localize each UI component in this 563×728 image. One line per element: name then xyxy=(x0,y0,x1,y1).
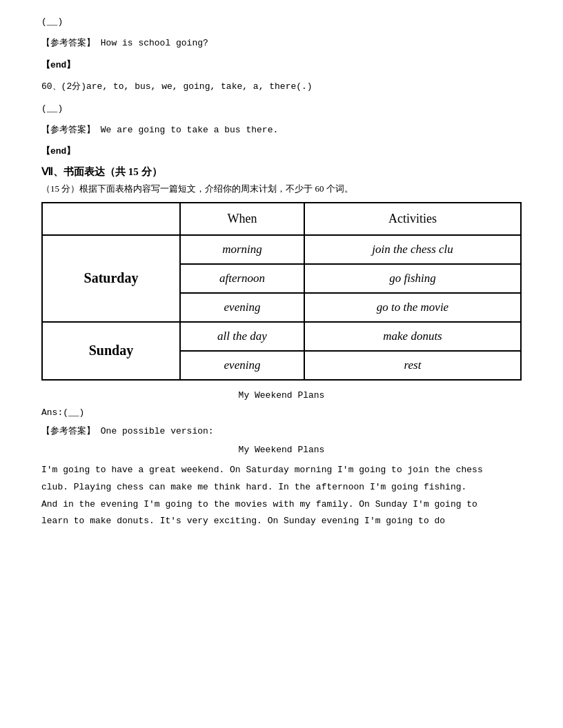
rest-cell: rest xyxy=(304,351,521,380)
col-when-header xyxy=(42,203,180,235)
donuts-cell: make donuts xyxy=(304,322,521,351)
morning-cell: morning xyxy=(180,235,304,264)
table-title: My Weekend Plans xyxy=(41,390,522,401)
chess-cell: join the chess clu xyxy=(304,235,521,264)
essay-body: I'm going to have a great weekend. On Sa… xyxy=(41,462,522,530)
movie-cell: go to the movie xyxy=(304,293,521,322)
fishing-cell: go fishing xyxy=(304,264,521,293)
sunday-cell: Sunday xyxy=(42,322,180,380)
blank-line-1: (__) xyxy=(41,14,522,30)
q60-header: 60、(2分)are, to, bus, we, going, take, a,… xyxy=(41,79,522,94)
allday-cell: all the day xyxy=(180,322,304,351)
ans-line: Ans:(__) xyxy=(41,407,522,418)
schedule-table: When Activities Saturday morning join th… xyxy=(41,202,522,381)
instruction: （15 分）根据下面表格内容写一篇短文，介绍你的周末计划，不少于 60 个词。 xyxy=(41,183,522,195)
end-tag-59: 【end】 xyxy=(41,57,522,73)
evening-sat-cell: evening xyxy=(180,293,304,322)
ref-answer-header: 【参考答案】 One possible version: xyxy=(41,423,522,439)
ref-answer-60: 【参考答案】 We are going to take a bus there. xyxy=(41,122,522,138)
col-activities-header: Activities xyxy=(304,203,521,235)
table-row: Sunday all the day make donuts xyxy=(42,322,521,351)
col-when-header-2: When xyxy=(180,203,304,235)
section-header: Ⅶ、书面表达（共 15 分） xyxy=(41,165,522,179)
afternoon-cell: afternoon xyxy=(180,264,304,293)
evening-sun-cell: evening xyxy=(180,351,304,380)
ref-answer-59: 【参考答案】 How is school going? xyxy=(41,35,522,51)
saturday-cell: Saturday xyxy=(42,235,180,322)
end-tag-60: 【end】 xyxy=(41,143,522,159)
table-row: Saturday morning join the chess clu xyxy=(42,235,521,264)
essay-title: My Weekend Plans xyxy=(41,445,522,455)
blank-line-2: (__) xyxy=(41,101,522,117)
